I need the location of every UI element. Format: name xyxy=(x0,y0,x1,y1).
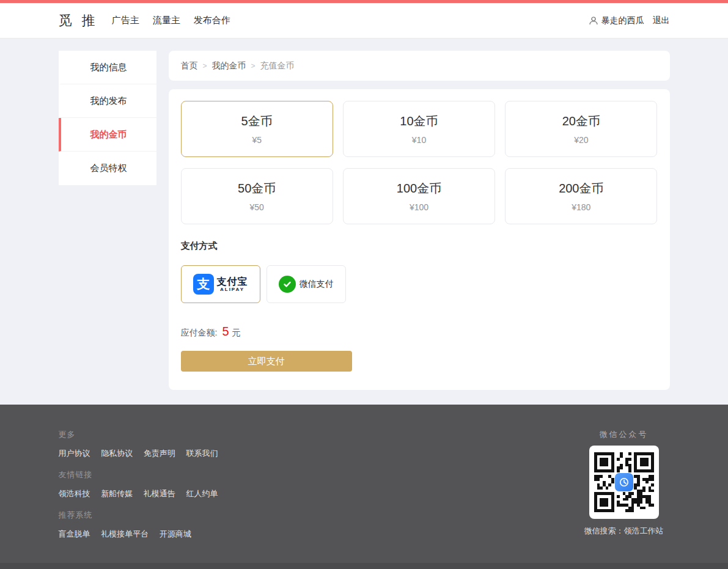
sidebar-item-my-posts[interactable]: 我的发布 xyxy=(59,84,156,118)
coin-option-20[interactable]: 20金币 ¥20 xyxy=(505,101,657,157)
user-icon xyxy=(589,16,598,26)
amount-due-unit: 元 xyxy=(232,328,241,339)
payment-methods: 支 支付宝 ALIPAY xyxy=(181,265,658,303)
brand-logo[interactable]: 觅 推 xyxy=(59,12,98,30)
nav-traffic[interactable]: 流量主 xyxy=(153,15,180,26)
qr-center-logo-icon xyxy=(615,473,633,491)
username: 暴走的西瓜 xyxy=(601,15,644,26)
recharge-panel: 5金币 ¥5 10金币 ¥10 20金币 ¥20 50金币 ¥50 xyxy=(169,89,670,390)
footer-link-limo-notice[interactable]: 礼模通告 xyxy=(144,489,175,498)
breadcrumb-current: 充值金币 xyxy=(260,61,295,72)
wechat-official-account-title: 微信公众号 xyxy=(600,429,649,440)
coin-title: 20金币 xyxy=(562,113,600,130)
footer-link-user-agreement[interactable]: 用户协议 xyxy=(59,449,90,458)
coin-price: ¥10 xyxy=(412,135,426,145)
coin-price: ¥100 xyxy=(410,202,428,212)
footer-link-hongren-yuedan[interactable]: 红人约单 xyxy=(186,489,218,498)
breadcrumb-separator: > xyxy=(203,62,207,70)
payment-method-label: 支付方式 xyxy=(181,240,658,252)
qr-code xyxy=(589,446,659,519)
amount-due-label: 应付金额: xyxy=(181,328,218,339)
coin-title: 10金币 xyxy=(400,113,438,130)
breadcrumb-separator: > xyxy=(251,62,256,70)
footer-group-title-friend-links: 友情链接 xyxy=(59,469,227,480)
coin-option-50[interactable]: 50金币 ¥50 xyxy=(181,168,333,224)
user-menu[interactable]: 暴走的西瓜 xyxy=(589,15,644,26)
coin-option-5[interactable]: 5金币 ¥5 xyxy=(181,101,333,157)
footer-link-linghao-tech[interactable]: 领浩科技 xyxy=(59,489,90,498)
coin-price: ¥5 xyxy=(252,135,262,145)
sidebar-item-my-info[interactable]: 我的信息 xyxy=(59,51,156,84)
footer-link-privacy[interactable]: 隐私协议 xyxy=(101,449,133,458)
qr-caption: 微信搜索：领浩工作站 xyxy=(584,526,664,537)
main-nav: 广告主 流量主 发布合作 xyxy=(112,15,244,26)
breadcrumb-home[interactable]: 首页 xyxy=(181,61,198,72)
coin-price: ¥50 xyxy=(249,202,263,212)
sidebar-item-vip[interactable]: 会员特权 xyxy=(59,152,156,185)
footer-link-contact[interactable]: 联系我们 xyxy=(186,449,218,458)
site-footer: 更多 用户协议 隐私协议 免责声明 联系我们 友情链接 领浩科技 新船传媒 礼模… xyxy=(0,405,728,563)
coin-price: ¥180 xyxy=(572,202,590,212)
pay-now-button[interactable]: 立即支付 xyxy=(181,351,352,372)
coin-option-100[interactable]: 100金币 ¥100 xyxy=(343,168,495,224)
amount-due-value: 5 xyxy=(222,325,229,339)
coin-title: 200金币 xyxy=(559,180,603,197)
footer-link-limo-jiedan[interactable]: 礼模接单平台 xyxy=(101,529,149,538)
coin-price: ¥20 xyxy=(574,135,588,145)
alipay-sublabel: ALIPAY xyxy=(220,287,245,292)
sidebar: 我的信息 我的发布 我的金币 会员特权 xyxy=(59,51,156,185)
alipay-label: 支付宝 xyxy=(217,276,248,287)
breadcrumb: 首页 > 我的金币 > 充值金币 xyxy=(169,51,670,81)
coin-option-200[interactable]: 200金币 ¥180 xyxy=(505,168,657,224)
footer-link-xinchuan-media[interactable]: 新船传媒 xyxy=(101,489,133,498)
footer-bottom-strip xyxy=(0,563,728,569)
payment-option-wechat[interactable]: 微信支付 xyxy=(267,265,346,303)
nav-publish-coop[interactable]: 发布合作 xyxy=(194,15,230,26)
footer-link-kaiyuan-mall[interactable]: 开源商城 xyxy=(160,529,191,538)
coin-title: 5金币 xyxy=(241,113,273,130)
wechat-pay-icon xyxy=(279,276,296,293)
alipay-icon: 支 xyxy=(193,274,214,295)
breadcrumb-my-coins[interactable]: 我的金币 xyxy=(212,61,246,72)
footer-link-disclaimer[interactable]: 免责声明 xyxy=(144,449,175,458)
nav-advertiser[interactable]: 广告主 xyxy=(112,15,139,26)
amount-due-row: 应付金额: 5 元 xyxy=(181,325,658,339)
footer-link-manghe-tuodan[interactable]: 盲盒脱单 xyxy=(59,529,90,538)
payment-option-alipay[interactable]: 支 支付宝 ALIPAY xyxy=(181,265,260,303)
coin-title: 100金币 xyxy=(397,180,441,197)
sidebar-item-my-coins[interactable]: 我的金币 xyxy=(59,118,156,152)
coin-options-grid: 5金币 ¥5 10金币 ¥10 20金币 ¥20 50金币 ¥50 xyxy=(181,101,658,224)
logout-link[interactable]: 退出 xyxy=(653,15,670,26)
coin-option-10[interactable]: 10金币 ¥10 xyxy=(343,101,495,157)
site-header: 觅 推 广告主 流量主 发布合作 暴走的西瓜 退出 xyxy=(0,3,728,39)
footer-group-title-recommended: 推荐系统 xyxy=(59,510,227,521)
coin-title: 50金币 xyxy=(238,180,276,197)
wechat-pay-label: 微信支付 xyxy=(300,279,334,290)
footer-group-title-more: 更多 xyxy=(59,429,227,440)
